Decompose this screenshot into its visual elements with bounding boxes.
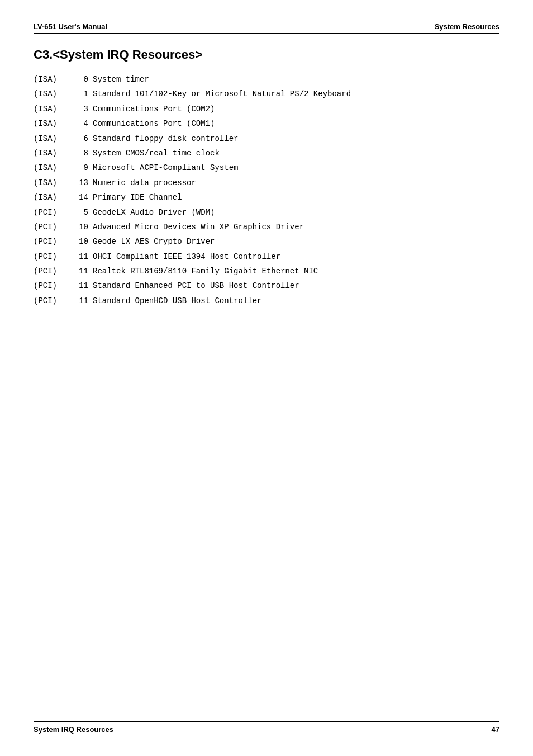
irq-description: Standard OpenHCD USB Host Controller (93, 295, 499, 307)
irq-bus: (ISA) (34, 177, 73, 189)
irq-bus: (ISA) (34, 103, 73, 115)
irq-row: (ISA)9Microsoft ACPI-Compliant System (34, 162, 499, 174)
irq-number: 11 (73, 265, 93, 277)
irq-number: 3 (73, 103, 93, 115)
irq-row: (ISA)0System timer (34, 73, 499, 86)
irq-number: 6 (73, 133, 93, 145)
irq-description: Geode LX AES Crypto Driver (93, 235, 499, 248)
irq-number: 8 (73, 147, 93, 159)
irq-description: Advanced Micro Devices Win XP Graphics D… (93, 221, 499, 233)
irq-row: (PCI)11Standard Enhanced PCI to USB Host… (34, 280, 499, 292)
irq-row: (ISA)3Communications Port (COM2) (34, 103, 499, 115)
irq-number: 13 (73, 177, 93, 189)
irq-row: (PCI)11Realtek RTL8169/8110 Family Gigab… (34, 265, 499, 277)
irq-description: Realtek RTL8169/8110 Family Gigabit Ethe… (93, 265, 499, 277)
irq-bus: (PCI) (34, 221, 73, 233)
irq-description: Microsoft ACPI-Compliant System (93, 162, 499, 174)
page-container: LV-651 User's Manual System Resources C3… (0, 0, 533, 756)
irq-number: 10 (73, 221, 93, 233)
irq-number: 4 (73, 117, 93, 130)
irq-row: (ISA)8System CMOS/real time clock (34, 147, 499, 159)
irq-row: (PCI)5GeodeLX Audio Driver (WDM) (34, 206, 499, 219)
irq-row: (ISA)13Numeric data processor (34, 177, 499, 189)
irq-description: Numeric data processor (93, 177, 499, 189)
irq-number: 5 (73, 206, 93, 219)
page-header: LV-651 User's Manual System Resources (34, 22, 499, 34)
footer-page-number: 47 (492, 725, 499, 734)
irq-row: (PCI)10Geode LX AES Crypto Driver (34, 235, 499, 248)
irq-description: GeodeLX Audio Driver (WDM) (93, 206, 499, 219)
irq-number: 1 (73, 88, 93, 100)
irq-bus: (PCI) (34, 265, 73, 277)
irq-row: (ISA)14Primary IDE Channel (34, 191, 499, 204)
irq-description: Primary IDE Channel (93, 191, 499, 204)
irq-row: (PCI)10Advanced Micro Devices Win XP Gra… (34, 221, 499, 233)
irq-description: System timer (93, 73, 499, 86)
irq-row: (ISA)4Communications Port (COM1) (34, 117, 499, 130)
irq-number: 11 (73, 251, 93, 263)
irq-description: Communications Port (COM2) (93, 103, 499, 115)
irq-bus: (PCI) (34, 280, 73, 292)
irq-bus: (ISA) (34, 73, 73, 86)
irq-description: Standard Enhanced PCI to USB Host Contro… (93, 280, 499, 292)
irq-description: OHCI Compliant IEEE 1394 Host Controller (93, 251, 499, 263)
irq-table: (ISA)0System timer(ISA)1Standard 101/102… (34, 73, 499, 307)
irq-bus: (ISA) (34, 88, 73, 100)
irq-row: (PCI)11Standard OpenHCD USB Host Control… (34, 295, 499, 307)
irq-row: (ISA)1Standard 101/102-Key or Microsoft … (34, 88, 499, 100)
irq-number: 10 (73, 235, 93, 248)
header-section-title: System Resources (435, 22, 499, 31)
irq-bus: (PCI) (34, 206, 73, 219)
irq-row: (PCI)11OHCI Compliant IEEE 1394 Host Con… (34, 251, 499, 263)
irq-number: 14 (73, 191, 93, 204)
irq-number: 11 (73, 295, 93, 307)
irq-bus: (PCI) (34, 251, 73, 263)
irq-number: 11 (73, 280, 93, 292)
irq-bus: (ISA) (34, 133, 73, 145)
irq-bus: (ISA) (34, 162, 73, 174)
irq-description: Standard 101/102-Key or Microsoft Natura… (93, 88, 499, 100)
irq-row: (ISA)6Standard floppy disk controller (34, 133, 499, 145)
irq-description: Standard floppy disk controller (93, 133, 499, 145)
irq-description: Communications Port (COM1) (93, 117, 499, 130)
header-manual-title: LV-651 User's Manual (34, 22, 107, 31)
irq-number: 0 (73, 73, 93, 86)
page-footer: System IRQ Resources 47 (34, 721, 499, 734)
irq-bus: (ISA) (34, 147, 73, 159)
irq-bus: (PCI) (34, 295, 73, 307)
irq-description: System CMOS/real time clock (93, 147, 499, 159)
irq-bus: (PCI) (34, 235, 73, 248)
page-title: C3.<System IRQ Resources> (34, 48, 499, 62)
footer-section-name: System IRQ Resources (34, 725, 113, 734)
irq-bus: (ISA) (34, 191, 73, 204)
irq-number: 9 (73, 162, 93, 174)
irq-bus: (ISA) (34, 117, 73, 130)
